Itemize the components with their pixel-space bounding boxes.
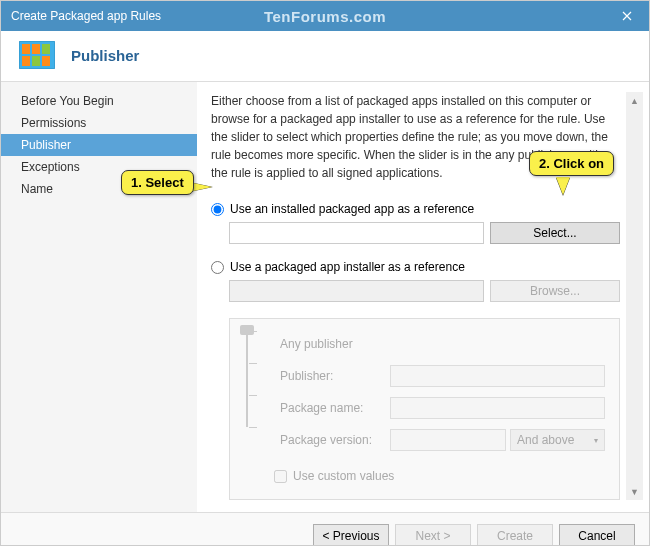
cancel-button[interactable]: Cancel [559,524,635,547]
svg-rect-5 [32,56,40,66]
scroll-down-icon[interactable]: ▼ [626,483,643,500]
scroll-up-icon[interactable]: ▲ [626,92,643,109]
svg-rect-4 [22,56,30,66]
version-condition-dropdown: And above ▾ [510,429,605,451]
use-custom-values-label: Use custom values [293,469,394,483]
wizard-header: Publisher [1,31,649,82]
radio-installer[interactable] [211,261,224,274]
installed-app-path-input[interactable] [229,222,484,244]
any-publisher-label: Any publisher [280,337,390,351]
previous-button[interactable]: < Previous [313,524,389,547]
sidebar-item-label: Publisher [21,138,71,152]
use-custom-values-checkbox [274,470,287,483]
sidebar-item-label: Before You Begin [21,94,114,108]
radio-installed-app[interactable] [211,203,224,216]
sidebar-item-permissions[interactable]: Permissions [1,112,197,134]
radio-installer-label: Use a packaged app installer as a refere… [230,260,465,274]
sidebar-item-label: Exceptions [21,160,80,174]
publisher-label: Publisher: [280,369,390,383]
watermark: TenForums.com [264,8,386,25]
browse-button: Browse... [490,280,620,302]
package-version-field [390,429,506,451]
radio-installer-row: Use a packaged app installer as a refere… [211,260,620,274]
publisher-icon [19,41,55,69]
titlebar: Create Packaged app Rules TenForums.com [1,1,649,31]
svg-rect-2 [32,44,40,54]
sidebar-item-label: Permissions [21,116,86,130]
properties-slider-panel: Any publisher Publisher: Package name: P… [229,318,620,500]
package-name-label: Package name: [280,401,390,415]
installer-path-input [229,280,484,302]
next-button: Next > [395,524,471,547]
wizard-footer: < Previous Next > Create Cancel [1,512,649,546]
package-version-label: Package version: [280,433,390,447]
content-area: Either choose from a list of packaged ap… [197,82,649,512]
annotation-callout-2: 2. Click on [529,151,614,176]
sidebar-item-before-you-begin[interactable]: Before You Begin [1,90,197,112]
page-title: Publisher [71,47,139,64]
sidebar-item-label: Name [21,182,53,196]
radio-installed-app-label: Use an installed packaged app as a refer… [230,202,474,216]
vertical-scrollbar[interactable]: ▲ ▼ [626,92,643,500]
chevron-down-icon: ▾ [594,436,598,445]
svg-rect-6 [42,56,50,66]
annotation-tail-2 [556,177,570,195]
radio-installed-app-row: Use an installed packaged app as a refer… [211,202,620,216]
create-button: Create [477,524,553,547]
select-button[interactable]: Select... [490,222,620,244]
slider-thumb-icon [240,325,254,335]
publisher-field [390,365,605,387]
property-slider[interactable] [246,331,248,427]
close-icon [622,11,632,21]
wizard-sidebar: Before You Begin Permissions Publisher E… [1,82,197,512]
package-name-field [390,397,605,419]
close-button[interactable] [604,1,649,31]
annotation-callout-1: 1. Select [121,170,194,195]
svg-rect-1 [22,44,30,54]
svg-rect-3 [42,44,50,54]
sidebar-item-publisher[interactable]: Publisher [1,134,197,156]
